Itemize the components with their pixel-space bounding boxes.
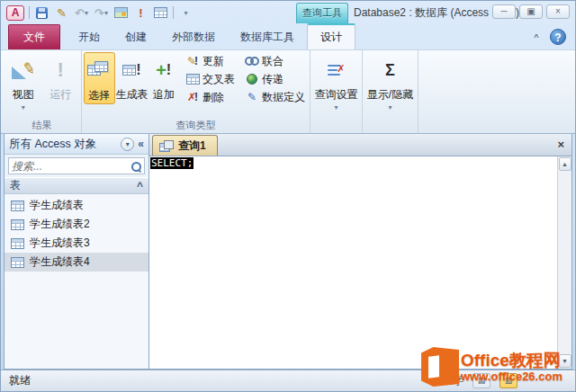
contextual-tab-group-query-tools: 查询工具 (296, 3, 348, 23)
crosstab-query-button[interactable]: 交叉表 (182, 70, 238, 88)
search-box[interactable] (8, 157, 145, 174)
help-button[interactable]: ? (550, 29, 566, 45)
watermark-brand: Office教程网 (461, 351, 562, 370)
tables-section-header[interactable]: 表 ^ (4, 177, 148, 194)
close-button[interactable]: × (546, 4, 570, 19)
update-icon: ✎! (184, 55, 201, 67)
ribbon: ✎ 视图 ▾ ! 运行 结果 选择 ! 生成表 (1, 49, 575, 134)
document-area: 查询1 × SELECT; ▲ ▼ (149, 134, 572, 370)
union-icon (244, 57, 260, 66)
nav-menu-dropdown-icon[interactable]: ▾ (121, 138, 134, 151)
nav-pane-title: 所有 Access 对象 (9, 137, 121, 152)
search-icon[interactable] (130, 161, 141, 172)
table-icon (11, 200, 24, 211)
union-query-button[interactable]: 联合 (241, 52, 308, 70)
tab-database-tools[interactable]: 数据库工具 (228, 25, 307, 49)
tab-file[interactable]: 文件 (8, 24, 60, 49)
sql-editor[interactable]: SELECT; (149, 156, 557, 369)
ribbon-group-results: ✎ 视图 ▾ ! 运行 结果 (3, 50, 82, 133)
delete-query-button[interactable]: ✗! 删除 (182, 88, 238, 106)
data-definition-query-button[interactable]: ✎ 数据定义 (241, 88, 308, 106)
nav-pane-header[interactable]: 所有 Access 对象 ▾ « (4, 134, 148, 155)
tab-external-data[interactable]: 外部数据 (159, 25, 228, 49)
nav-item-table-4[interactable]: 学生成绩表4 (4, 253, 148, 272)
window-image-icon (114, 7, 128, 18)
scroll-up-icon[interactable]: ▲ (559, 157, 572, 171)
view-button[interactable]: ✎ 视图 ▾ (4, 52, 42, 111)
query-type-column-2: 联合 传递 ✎ 数据定义 (241, 52, 308, 106)
quick-access-toolbar: A ✎ ↶▾ ↷▾ ! ▾ (6, 5, 194, 21)
chevron-up-icon[interactable]: ^ (137, 180, 143, 192)
restore-button[interactable]: ▣ (519, 4, 543, 19)
customize-qat-button[interactable]: ▾ (178, 5, 194, 21)
chevron-down-icon: ▾ (388, 103, 392, 111)
access-window: A ✎ ↶▾ ↷▾ ! ▾ 查询工具 Database2 : 数据库 (Acce… (0, 0, 576, 392)
design-view-button[interactable]: ✎ (54, 5, 69, 21)
access-app-icon[interactable]: A (6, 5, 24, 21)
run-icon: ! (58, 55, 64, 85)
query-setup-icon: ✗ (328, 55, 346, 85)
run-exclaim-icon: ! (139, 6, 142, 20)
globe-icon (244, 74, 260, 85)
make-table-icon: ! (122, 55, 140, 85)
sql-selected-text: SELECT; (150, 157, 194, 169)
search-row (4, 155, 148, 177)
data-definition-icon: ✎ (244, 91, 260, 103)
sigma-icon: Σ (385, 55, 395, 85)
navigation-pane: 所有 Access 对象 ▾ « 表 ^ 学生成绩表 (4, 134, 149, 370)
chevron-down-icon: ▾ (334, 103, 338, 111)
watermark-url: www.office26.com (461, 370, 562, 383)
make-table-query-button[interactable]: ! 生成表 (115, 52, 149, 102)
search-input[interactable] (12, 160, 130, 173)
redo-dropdown-icon: ▾ (104, 9, 108, 17)
status-ready-text: 就绪 (9, 373, 31, 388)
separator (29, 6, 30, 19)
redo-icon: ↷ (94, 6, 104, 20)
delete-icon: ✗! (184, 91, 201, 103)
title-bar: A ✎ ↶▾ ↷▾ ! ▾ 查询工具 Database2 : 数据库 (Acce… (1, 1, 575, 24)
nav-item-table-3[interactable]: 学生成绩表3 (4, 234, 148, 253)
shutter-bar-close-icon[interactable]: « (138, 138, 144, 150)
separator (173, 6, 174, 19)
chevron-down-icon: ▾ (184, 9, 187, 17)
tab-design[interactable]: 设计 (307, 23, 356, 49)
undo-icon: ↶ (75, 6, 85, 20)
tables-section-label: 表 (10, 178, 137, 193)
tab-create[interactable]: 创建 (112, 25, 159, 49)
content-area: 所有 Access 对象 ▾ « 表 ^ 学生成绩表 (1, 134, 575, 370)
redo-button[interactable]: ↷▾ (94, 5, 109, 21)
append-icon: +! (156, 55, 171, 85)
save-button[interactable] (34, 5, 50, 21)
nav-item-table-2[interactable]: 学生成绩表2 (4, 215, 148, 234)
watermark: Office教程网 www.office26.com (421, 344, 572, 389)
group-label-results: 结果 (3, 119, 81, 132)
ribbon-empty-space (418, 50, 575, 133)
tab-home[interactable]: 开始 (66, 25, 112, 49)
switch-windows-button[interactable] (113, 5, 129, 21)
undo-button[interactable]: ↶▾ (74, 5, 89, 21)
query-type-column-1: ✎! 更新 交叉表 ✗! 删除 (182, 52, 238, 106)
run-quick-button[interactable]: ! (133, 5, 148, 21)
nav-item-table-1[interactable]: 学生成绩表 (4, 196, 148, 215)
document-body: SELECT; ▲ ▼ (149, 156, 572, 369)
document-tab-query1[interactable]: 查询1 (152, 135, 218, 156)
document-tab-bar: 查询1 × (149, 134, 572, 156)
table-icon (11, 219, 24, 230)
select-query-button[interactable]: 选择 (84, 52, 115, 104)
ribbon-group-show-hide: Σ 显示/隐藏 ▾ (363, 50, 418, 133)
run-button[interactable]: ! 运行 (42, 52, 80, 102)
crosstab-icon (184, 74, 201, 85)
show-hide-button[interactable]: Σ 显示/隐藏 ▾ (364, 52, 416, 111)
vertical-scrollbar[interactable]: ▲ ▼ (557, 156, 572, 369)
update-query-button[interactable]: ✎! 更新 (182, 52, 238, 70)
query-setup-button[interactable]: ✗ 查询设置 ▾ (312, 52, 360, 111)
group-label-query-type: 查询类型 (82, 119, 310, 132)
append-query-button[interactable]: +! 追加 (148, 52, 178, 102)
minimize-ribbon-button[interactable]: ^ (528, 31, 544, 45)
datasheet-view-button[interactable] (153, 5, 168, 21)
document-close-button[interactable]: × (557, 138, 564, 150)
ribbon-group-query-type: 选择 ! 生成表 +! 追加 ✎! 更新 (82, 50, 310, 133)
design-pencil-icon: ✎ (57, 7, 67, 19)
minimize-button[interactable]: ─ (492, 4, 516, 19)
pass-through-query-button[interactable]: 传递 (241, 70, 308, 88)
